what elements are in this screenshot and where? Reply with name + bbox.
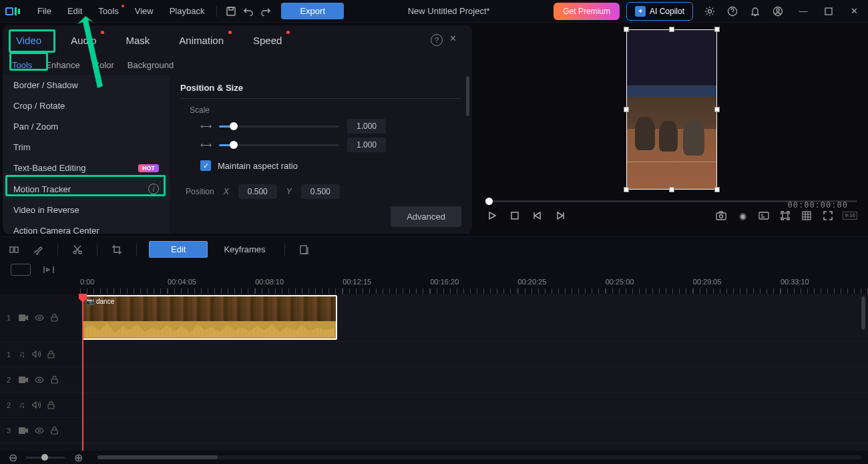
brush-tool-icon[interactable] — [31, 242, 45, 257]
export-button[interactable]: Export — [281, 3, 344, 19]
help-icon[interactable] — [726, 5, 739, 18]
zoom-slider[interactable] — [25, 457, 65, 459]
account-icon[interactable] — [771, 5, 785, 18]
tool-video-reverse[interactable]: Video in Reverse — [3, 200, 170, 220]
position-x-value[interactable]: 0.500 — [238, 184, 277, 199]
lock-icon[interactable] — [47, 350, 55, 359]
resize-handle-r[interactable] — [714, 107, 720, 112]
timeline-scrollbar[interactable] — [861, 296, 865, 330]
track-content[interactable] — [80, 443, 868, 451]
auto-fit-icon[interactable] — [11, 264, 31, 276]
edit-button[interactable]: Edit — [149, 241, 208, 258]
tool-text-based-editing[interactable]: Text-Based EditingHOT — [3, 158, 170, 178]
tool-motion-tracker[interactable]: Motion Trackeri — [3, 178, 170, 200]
horizontal-scrollbar[interactable] — [97, 455, 861, 459]
ai-copilot-button[interactable]: ✦ AI Copilot — [626, 2, 693, 21]
tool-crop-rotate[interactable]: Crop / Rotate — [3, 95, 170, 116]
tab-video[interactable]: Video — [11, 31, 47, 50]
next-frame-icon[interactable] — [554, 209, 567, 222]
zoom-out-icon[interactable]: ⊖ — [7, 451, 19, 463]
tab-animation[interactable]: Animation — [174, 31, 229, 50]
tool-border-shadow[interactable]: Border / Shadow — [3, 75, 170, 95]
preview-frame[interactable] — [627, 30, 716, 189]
audio-track-icon[interactable]: ♫ — [19, 349, 25, 359]
resize-handle-l[interactable] — [624, 107, 629, 112]
close-icon[interactable]: ✕ — [847, 5, 861, 18]
track-content[interactable] — [80, 393, 868, 417]
resize-handle-t[interactable] — [669, 27, 674, 32]
subtab-color[interactable]: Color — [93, 60, 114, 70]
track-content[interactable]: 📷 dance — [80, 294, 868, 341]
clip-options-icon[interactable] — [297, 242, 312, 257]
tab-speed[interactable]: Speed — [248, 31, 287, 50]
video-clip[interactable]: 📷 dance — [82, 295, 337, 340]
fit-icon[interactable] — [779, 209, 792, 222]
resize-handle-tl[interactable] — [624, 27, 629, 32]
resize-handle-tr[interactable] — [714, 27, 720, 32]
save-icon[interactable] — [224, 5, 238, 18]
stop-icon[interactable] — [508, 209, 521, 222]
undo-icon[interactable] — [242, 5, 255, 18]
lock-icon[interactable] — [51, 426, 58, 435]
crop-tool-icon[interactable] — [110, 242, 124, 257]
lock-icon[interactable] — [47, 401, 55, 409]
menu-playback[interactable]: Playback — [163, 3, 212, 19]
prev-frame-icon[interactable] — [531, 209, 544, 222]
audio-track-icon[interactable]: ♫ — [19, 400, 25, 410]
video-track-icon[interactable] — [19, 314, 28, 321]
tab-audio[interactable]: Audio — [65, 31, 101, 50]
timeline-ruler[interactable]: 0:00 00:04:05 00:08:10 00:12:15 00:16:20… — [0, 278, 868, 294]
menu-file[interactable]: File — [31, 3, 58, 19]
grid-icon[interactable] — [800, 209, 813, 222]
maintain-ratio-checkbox[interactable]: ✓ — [200, 160, 211, 171]
video-track-icon[interactable] — [19, 377, 28, 383]
get-premium-button[interactable]: Get Premium — [554, 3, 620, 20]
minimize-icon[interactable]: — — [797, 5, 810, 18]
visibility-icon[interactable] — [35, 377, 44, 383]
menu-view[interactable]: View — [128, 3, 160, 19]
aspect-ratio-icon[interactable]: 9:16 — [843, 212, 857, 220]
subtab-enhance[interactable]: Enhance — [45, 60, 79, 70]
subtab-tools[interactable]: Tools — [12, 60, 32, 70]
mute-icon[interactable] — [32, 351, 41, 358]
scale-width-value[interactable]: 1.000 — [347, 119, 386, 134]
tool-pan-zoom[interactable]: Pan / Zoom — [3, 116, 170, 137]
visibility-icon[interactable] — [35, 427, 44, 434]
subtab-background[interactable]: Background — [128, 60, 174, 70]
lock-icon[interactable] — [51, 375, 58, 384]
track-content[interactable] — [80, 367, 868, 392]
tab-mask[interactable]: Mask — [120, 31, 155, 50]
cut-icon[interactable] — [70, 242, 85, 257]
snap-icon[interactable] — [43, 264, 56, 275]
resize-handle-b[interactable] — [669, 187, 674, 192]
menu-tools[interactable]: Tools — [91, 3, 125, 19]
fullscreen-icon[interactable] — [821, 209, 835, 222]
maximize-icon[interactable] — [822, 5, 835, 18]
caption-icon[interactable] — [757, 209, 771, 222]
scale-height-slider[interactable] — [219, 144, 339, 146]
panel-scrollbar[interactable] — [466, 76, 469, 116]
select-tool-icon[interactable] — [7, 242, 21, 257]
notifications-icon[interactable] — [748, 5, 762, 18]
position-y-value[interactable]: 0.500 — [301, 184, 340, 199]
tool-trim[interactable]: Trim — [3, 137, 170, 158]
panel-close-icon[interactable]: ✕ — [449, 33, 463, 47]
panel-help-icon[interactable]: ? — [431, 34, 443, 46]
keyframes-button[interactable]: Keyframes — [217, 242, 272, 257]
settings-icon[interactable] — [703, 5, 716, 18]
mute-icon[interactable] — [32, 401, 41, 409]
selection-box[interactable] — [626, 29, 717, 190]
preview-area[interactable] — [477, 25, 865, 196]
tool-action-camera[interactable]: Action Camera Center — [3, 220, 170, 234]
scale-width-slider[interactable] — [219, 126, 339, 128]
redo-icon[interactable] — [259, 5, 272, 18]
resize-handle-bl[interactable] — [624, 187, 629, 192]
zoom-in-icon[interactable]: ⊕ — [72, 451, 84, 463]
play-icon[interactable] — [485, 209, 499, 222]
track-content[interactable] — [80, 342, 868, 367]
snapshot-icon[interactable] — [714, 209, 728, 222]
lock-icon[interactable] — [51, 313, 58, 322]
quality-icon[interactable]: ◉ — [736, 209, 749, 222]
playhead[interactable] — [82, 294, 83, 451]
track-content[interactable] — [80, 418, 868, 443]
